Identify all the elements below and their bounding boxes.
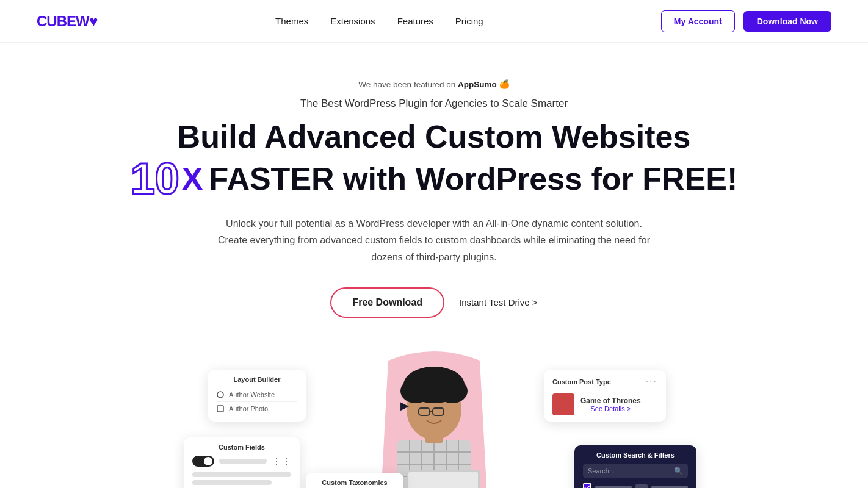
svg-rect-1 [217, 406, 223, 412]
nav-features[interactable]: Features [397, 16, 433, 26]
checkmark-icon [584, 485, 590, 488]
featured-badge: We have been featured on AppSumo🍊 [358, 79, 509, 89]
search-bar: Search... 🔍 [583, 464, 688, 478]
game-row: Game of Thrones See Details > [552, 393, 657, 415]
hero-image-area: ▶ Layout Builder Author Website Author P… [159, 354, 709, 488]
cs-checkbox [583, 483, 591, 488]
cs-check-bar-1 [595, 486, 632, 488]
download-now-button[interactable]: Download Now [743, 11, 831, 32]
navbar: CUBEW♥ Themes Extensions Features Pricin… [0, 0, 868, 43]
nav-extensions[interactable]: Extensions [330, 16, 375, 26]
link-icon [217, 391, 224, 398]
custom-taxonomies-card: Custom Taxonomies [306, 473, 403, 488]
custom-fields-title: Custom Fields [192, 443, 291, 451]
big-10x: 10 X [131, 157, 203, 201]
game-info: Game of Thrones See Details > [580, 396, 641, 412]
game-name: Game of Thrones [580, 396, 641, 405]
logo[interactable]: CUBEW♥ [37, 13, 98, 30]
custom-fields-card: Custom Fields ⋮⋮ [184, 437, 300, 488]
cs-check-row [583, 483, 688, 488]
more-options-icon: ··· [646, 376, 657, 387]
hero-cta: Free Download Instant Test Drive > [330, 287, 537, 318]
layout-builder-row-1: Author Website [217, 388, 297, 402]
layout-builder-card: Layout Builder Author Website Author Pho… [208, 370, 306, 422]
hero-title-line2: 10 X FASTER with WordPress for FREE! [131, 157, 738, 201]
hero-subtitle: The Best WordPress Plugin for Agencies t… [300, 98, 568, 110]
svg-rect-22 [408, 472, 478, 488]
layout-builder-row-2: Author Photo [217, 402, 297, 415]
hero-title-line1: Build Advanced Custom Websites [178, 120, 691, 154]
cf-toggle-row: ⋮⋮ [192, 456, 291, 467]
big-number-10: 10 [131, 157, 179, 201]
cursor-arrow-icon: ▶ [400, 399, 409, 412]
person-svg [342, 330, 526, 488]
hero-description: Unlock your full potential as a WordPres… [214, 215, 654, 265]
main-nav: Themes Extensions Features Pricing [275, 16, 483, 26]
appsumo-emoji: 🍊 [499, 80, 510, 89]
nav-actions: My Account Download Now [661, 10, 831, 32]
nav-themes[interactable]: Themes [275, 16, 308, 26]
cf-bar-1 [192, 472, 291, 477]
game-thumbnail [552, 393, 574, 415]
cf-toggle [192, 456, 214, 467]
my-account-button[interactable]: My Account [661, 10, 735, 32]
custom-search-title: Custom Search & Filters [583, 451, 688, 459]
layout-builder-title: Layout Builder [217, 376, 297, 383]
search-icon: 🔍 [674, 467, 683, 475]
free-download-button[interactable]: Free Download [330, 287, 444, 318]
svg-point-0 [217, 392, 223, 398]
appsumo-brand: AppSumo [458, 80, 497, 89]
big-letter-x: X [182, 163, 203, 195]
nav-pricing[interactable]: Pricing [455, 16, 483, 26]
cs-mini-bar [635, 484, 648, 488]
cf-bar-2 [192, 480, 272, 485]
hero-title-rest: FASTER with WordPress for FREE! [209, 162, 737, 196]
svg-point-16 [410, 367, 458, 393]
image-icon [217, 405, 224, 412]
hero-person-image [342, 330, 526, 488]
custom-search-card: Custom Search & Filters Search... 🔍 [574, 445, 696, 488]
custom-taxonomies-title: Custom Taxonomies [314, 479, 395, 486]
custom-post-type-title: Custom Post Type [552, 378, 611, 386]
custom-post-type-card: Custom Post Type ··· Game of Thrones See… [544, 370, 666, 422]
instant-test-drive-button[interactable]: Instant Test Drive > [459, 297, 538, 307]
cs-check-bar-2 [651, 486, 688, 488]
cp-header: Custom Post Type ··· [552, 376, 657, 387]
game-link: See Details > [580, 405, 641, 412]
search-placeholder-text: Search... [588, 467, 615, 475]
hero-section: We have been featured on AppSumo🍊 The Be… [0, 43, 868, 488]
